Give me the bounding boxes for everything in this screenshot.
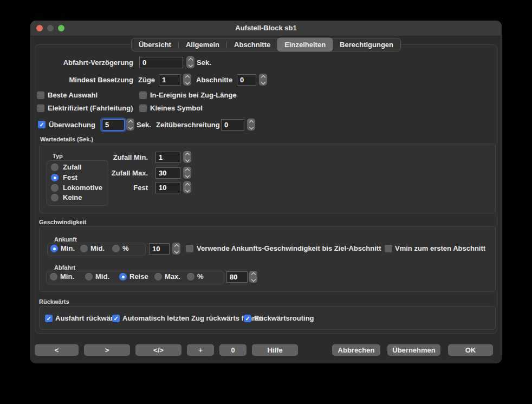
dialog-window: Aufstell-Block sb1 Übersicht Allgemein A… <box>30 21 502 363</box>
checkbox-in-ereignis[interactable] <box>139 92 147 99</box>
checkbox-vmin[interactable] <box>385 245 392 252</box>
radio-label: Zufall <box>63 163 82 172</box>
check-icon: ✓ <box>46 315 51 322</box>
radio-label: Mid. <box>95 272 109 281</box>
radio-label: Min. <box>60 272 74 281</box>
zoom-button[interactable] <box>58 25 64 31</box>
radio-label: Max. <box>165 272 180 281</box>
radio-label: % <box>122 244 129 253</box>
radio-arrival-percent[interactable] <box>112 245 120 252</box>
fest-stepper[interactable] <box>183 181 191 193</box>
code-button[interactable]: </> <box>135 344 181 356</box>
monitoring-unit: Sek. <box>137 119 151 131</box>
zufall-max-stepper[interactable] <box>183 167 191 179</box>
ok-button[interactable]: OK <box>448 344 493 356</box>
arrival-speed-field[interactable]: 10 <box>149 243 170 255</box>
radio-label: Mid. <box>90 244 105 253</box>
checkbox-beste-auswahl[interactable] <box>37 92 44 99</box>
tab-abschnitte[interactable]: Abschnitte <box>227 38 277 51</box>
departure-label: Abfahrt <box>54 264 75 271</box>
timeout-stepper[interactable] <box>247 119 255 131</box>
zufall-max-field[interactable]: 30 <box>155 167 180 179</box>
timeout-label: Zeitüberschreitung <box>156 119 220 131</box>
checkbox-label: Kleines Symbol <box>150 104 203 113</box>
chevron-down-icon <box>185 157 189 161</box>
prev-button[interactable]: < <box>35 344 79 356</box>
radio-departure-reise[interactable] <box>119 273 127 281</box>
chevron-down-icon <box>249 125 253 129</box>
tab-uebersicht[interactable]: Übersicht <box>132 38 178 51</box>
chevron-up-icon <box>188 57 192 62</box>
checkbox-label: Elektrifiziert (Fahrleitung) <box>48 104 133 113</box>
speed-title: Geschwindigkeit <box>39 219 86 225</box>
radio-departure-max[interactable] <box>154 273 162 281</box>
zufall-min-field[interactable]: 1 <box>155 152 180 163</box>
radio-fest[interactable] <box>51 174 59 181</box>
radio-label: Min. <box>61 244 75 253</box>
zufall-min-stepper[interactable] <box>183 151 191 163</box>
checkbox-ausfahrt-rueckwaerts[interactable]: ✓ <box>45 315 53 322</box>
chevron-down-icon <box>185 80 189 84</box>
radio-label: Reise <box>129 272 148 281</box>
wait-details-title: Wartedetails (Sek.) <box>40 136 93 142</box>
chevron-up-icon <box>251 272 255 276</box>
tab-einzelheiten[interactable]: Einzelheiten <box>277 38 333 51</box>
radio-keine[interactable] <box>51 194 59 201</box>
min-occupancy-label: Mindest Besetzung <box>35 74 133 86</box>
chevron-up-icon <box>185 152 189 157</box>
monitoring-stepper[interactable] <box>126 119 134 131</box>
minimize-button[interactable] <box>47 25 54 31</box>
radio-zufall[interactable] <box>51 164 59 171</box>
checkbox-rueckwaertsrouting[interactable]: ✓ <box>244 315 251 322</box>
trains-label: Züge <box>138 74 155 86</box>
tab-allgemein[interactable]: Allgemein <box>179 38 226 51</box>
checkbox-kleines-symbol[interactable] <box>139 105 147 112</box>
arrival-label: Ankunft <box>54 236 77 243</box>
checkbox-ueberwachung[interactable]: ✓ <box>38 121 46 128</box>
sections-stepper[interactable] <box>259 74 267 86</box>
checkbox-automatisch-letzter-zug[interactable]: ✓ <box>112 315 120 322</box>
departure-speed-stepper[interactable] <box>249 271 257 283</box>
close-button[interactable] <box>36 25 43 31</box>
departure-delay-field[interactable]: 0 <box>139 57 183 68</box>
monitoring-field[interactable]: 5 <box>102 119 125 131</box>
radio-departure-mid[interactable] <box>85 273 93 281</box>
cancel-button[interactable]: Abbrechen <box>332 344 380 356</box>
add-button[interactable]: + <box>187 344 214 356</box>
apply-button[interactable]: Übernehmen <box>387 344 440 356</box>
checkbox-use-arrival-speed[interactable] <box>186 245 193 252</box>
traffic-lights <box>36 25 64 31</box>
next-button[interactable]: > <box>84 344 130 356</box>
radio-arrival-min[interactable] <box>50 245 58 252</box>
radio-departure-percent[interactable] <box>187 273 194 281</box>
radio-arrival-mid[interactable] <box>80 245 88 252</box>
trains-field[interactable]: 1 <box>159 74 180 86</box>
timeout-field[interactable]: 0 <box>221 119 244 131</box>
help-button[interactable]: Hilfe <box>252 344 298 356</box>
fest-field[interactable]: 10 <box>155 182 180 193</box>
zufall-min-label: Zufall Min. <box>85 152 148 163</box>
checkbox-label: Rückwärtsrouting <box>254 314 314 323</box>
radio-lokomotive[interactable] <box>51 184 59 192</box>
trains-stepper[interactable] <box>183 74 191 86</box>
departure-delay-stepper[interactable] <box>186 56 194 68</box>
radio-departure-min[interactable] <box>50 273 57 281</box>
monitoring-label: Überwachung <box>49 119 95 131</box>
reverse-title: Rückwärts <box>39 298 69 305</box>
chevron-down-icon <box>185 173 189 177</box>
checkbox-elektrifiziert[interactable] <box>37 105 44 112</box>
checkbox-label: Ausfahrt rückwärts <box>55 314 119 323</box>
tab-bar: Übersicht Allgemein Abschnitte Einzelhei… <box>131 38 401 51</box>
chevron-up-icon <box>174 244 178 248</box>
radio-dot <box>54 177 56 179</box>
sections-label: Abschnitte <box>196 74 232 86</box>
zero-button[interactable]: 0 <box>219 344 246 356</box>
chevron-up-icon <box>185 168 189 172</box>
departure-speed-field[interactable]: 80 <box>226 271 248 283</box>
checkbox-label: Beste Auswahl <box>48 91 98 100</box>
arrival-speed-stepper[interactable] <box>172 243 180 255</box>
zufall-max-label: Zufall Max. <box>85 167 148 179</box>
checkbox-label: Automatisch letzten Zug rückwärts fahren <box>122 314 263 323</box>
sections-field[interactable]: 0 <box>237 74 256 86</box>
tab-berechtigungen[interactable]: Berechtigungen <box>333 38 400 51</box>
